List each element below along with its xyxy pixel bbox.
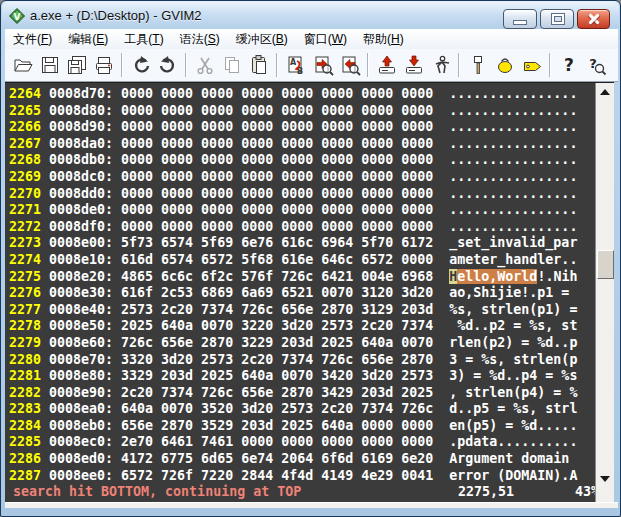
hex-row[interactable]: 22730008e00: 5f73 6574 5f69 6e76 616c 69… [9, 235, 595, 252]
line-number: 2272 [9, 219, 41, 236]
menu-item-e[interactable]: 编辑(E) [60, 29, 116, 50]
minimize-button[interactable] [503, 9, 537, 29]
hex-bytes: 0008ed0: 4172 6775 6d65 6e74 2064 6f6d 6… [49, 451, 449, 466]
hex-row[interactable]: 22850008ec0: 2e70 6461 7461 0000 0000 00… [9, 434, 595, 451]
open-icon [12, 54, 34, 76]
hex-bytes: 0008ea0: 640a 0070 3520 3d20 2573 2c20 7… [49, 401, 449, 416]
hex-bytes: 0008e00: 5f73 6574 5f69 6e76 616c 6964 5… [49, 235, 449, 250]
ascii-text: , strlen(p4) = % [449, 385, 577, 400]
find-replace-button[interactable]: AB [282, 52, 309, 79]
hex-row[interactable]: 22870008ee0: 6572 726f 7220 2844 4f4d 41… [9, 468, 595, 485]
session-save-icon [403, 54, 425, 76]
ascii-text: ................ [449, 119, 577, 134]
line-number: 2275 [9, 269, 41, 286]
hex-bytes: 0008eb0: 656e 2870 3529 203d 2025 640a 0… [49, 418, 449, 433]
open-button[interactable] [9, 52, 36, 79]
hex-row[interactable]: 22800008e70: 3320 3d20 2573 2c20 7374 72… [9, 352, 595, 369]
hex-row[interactable]: 22640008d70: 0000 0000 0000 0000 0000 00… [9, 86, 595, 103]
hex-row[interactable]: 22750008e20: 4865 6c6c 6f2c 576f 726c 64… [9, 269, 595, 286]
ascii-text: ................ [449, 86, 577, 101]
hex-row[interactable]: 22830008ea0: 640a 0070 3520 3d20 2573 2c… [9, 401, 595, 418]
toolbar-separator [549, 53, 551, 77]
ascii-text: error (DOMAIN).A [449, 468, 577, 483]
hex-row[interactable]: 22740008e10: 616d 6574 6572 5f68 616e 64… [9, 252, 595, 269]
menu-item-f[interactable]: 文件(F) [5, 29, 60, 50]
hex-row[interactable]: 22780008e50: 2025 640a 0070 3220 3d20 25… [9, 318, 595, 335]
hex-row[interactable]: 22860008ed0: 4172 6775 6d65 6e74 2064 6f… [9, 451, 595, 468]
line-number: 2276 [9, 285, 41, 302]
line-number: 2266 [9, 119, 41, 136]
ascii-text: rlen(p2) = %d..p [449, 335, 577, 350]
hex-bytes: 0008d80: 0000 0000 0000 0000 0000 0000 0… [49, 103, 449, 118]
find-help-button[interactable]: ? [582, 52, 609, 79]
hex-row[interactable]: 22840008eb0: 656e 2870 3529 203d 2025 64… [9, 418, 595, 435]
editor-client: 22640008d70: 0000 0000 0000 0000 0000 00… [5, 82, 614, 502]
session-load-icon [376, 54, 398, 76]
close-button[interactable] [577, 9, 610, 29]
line-number: 2274 [9, 252, 41, 269]
session-save-button[interactable] [400, 52, 427, 79]
menu-item-w[interactable]: 窗口(W) [296, 29, 355, 50]
hex-row[interactable]: 22670008da0: 0000 0000 0000 0000 0000 00… [9, 136, 595, 153]
window-frame: V a.exe + (D:\Desktop) - GVIM2 文件(F)编辑(E… [0, 0, 621, 517]
menu-item-b[interactable]: 缓冲区(B) [228, 29, 296, 50]
hex-row[interactable]: 22710008de0: 0000 0000 0000 0000 0000 00… [9, 202, 595, 219]
cursor-position: 2275,51 [458, 484, 514, 501]
find-next-icon [312, 54, 334, 76]
find-help-icon: ? [585, 54, 607, 76]
line-number: 2286 [9, 451, 41, 468]
paste-button[interactable] [245, 52, 272, 79]
redo-icon [157, 54, 179, 76]
search-highlight: ello,World [457, 269, 537, 284]
help-button[interactable]: ? [555, 52, 582, 79]
hex-row[interactable]: 22820008e90: 2c20 7374 726c 656e 2870 34… [9, 385, 595, 402]
build-tags-button[interactable] [491, 52, 518, 79]
run-script-button[interactable] [427, 52, 454, 79]
menu-item-t[interactable]: 工具(T) [116, 29, 171, 50]
hex-row[interactable]: 22660008d90: 0000 0000 0000 0000 0000 00… [9, 119, 595, 136]
save-icon [39, 54, 61, 76]
maximize-button[interactable] [540, 9, 574, 29]
save-button[interactable] [36, 52, 63, 79]
find-prev-button[interactable] [336, 52, 363, 79]
scroll-up-button[interactable] [596, 84, 614, 100]
save-all-button[interactable] [63, 52, 90, 79]
print-button[interactable] [90, 52, 117, 79]
menu-item-s[interactable]: 语法(S) [172, 29, 228, 50]
hex-row[interactable]: 22680008db0: 0000 0000 0000 0000 0000 00… [9, 152, 595, 169]
hex-row[interactable]: 22810008e80: 3329 203d 2025 640a 0070 34… [9, 368, 595, 385]
hex-bytes: 0008e40: 2573 2c20 7374 726c 656e 2870 3… [49, 302, 449, 317]
hex-row[interactable]: 22700008dd0: 0000 0000 0000 0000 0000 00… [9, 186, 595, 203]
hex-rows[interactable]: 22640008d70: 0000 0000 0000 0000 0000 00… [5, 83, 595, 502]
session-load-button[interactable] [373, 52, 400, 79]
toolbar-separator [185, 53, 187, 77]
cut-button [191, 52, 218, 79]
hex-row[interactable]: 22650008d80: 0000 0000 0000 0000 0000 00… [9, 103, 595, 120]
scrollbar-thumb[interactable] [597, 250, 614, 279]
ascii-text: ameter_handler.. [449, 252, 577, 267]
line-number: 2284 [9, 418, 41, 435]
line-number: 2264 [9, 86, 41, 103]
find-next-button[interactable] [309, 52, 336, 79]
hex-row[interactable]: 22790008e60: 726c 656e 2870 3229 203d 20… [9, 335, 595, 352]
line-number: 2270 [9, 186, 41, 203]
make-button[interactable] [464, 52, 491, 79]
ascii-text: ................ [449, 219, 577, 234]
ascii-text: Argument domain [449, 451, 577, 466]
window-controls [503, 9, 610, 29]
hex-row[interactable]: 22720008df0: 0000 0000 0000 0000 0000 00… [9, 219, 595, 236]
ascii-text: ................ [449, 186, 577, 201]
undo-button[interactable] [127, 52, 154, 79]
hex-bytes: 0008de0: 0000 0000 0000 0000 0000 0000 0… [49, 202, 449, 217]
hex-row[interactable]: 22690008dc0: 0000 0000 0000 0000 0000 00… [9, 169, 595, 186]
hex-bytes: 0008e50: 2025 640a 0070 3220 3d20 2573 2… [49, 318, 449, 333]
hex-row[interactable]: 22770008e40: 2573 2c20 7374 726c 656e 28… [9, 302, 595, 319]
hex-bytes: 0008e30: 616f 2c53 6869 6a69 6521 0070 3… [49, 285, 449, 300]
scroll-down-button[interactable] [596, 471, 614, 487]
tag-jump-button[interactable] [518, 52, 545, 79]
menu-item-h[interactable]: 帮助(H) [355, 29, 412, 50]
redo-button[interactable] [154, 52, 181, 79]
hex-row[interactable]: 22760008e30: 616f 2c53 6869 6a69 6521 00… [9, 285, 595, 302]
line-number: 2273 [9, 235, 41, 252]
vertical-scrollbar[interactable] [595, 83, 614, 503]
